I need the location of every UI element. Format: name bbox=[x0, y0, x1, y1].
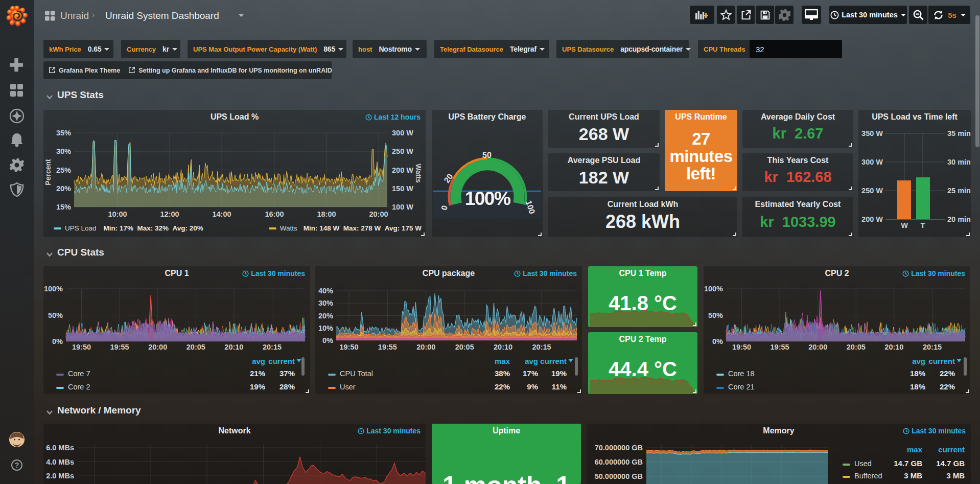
svg-text:40%: 40% bbox=[318, 287, 333, 295]
svg-text:14.7 GB: 14.7 GB bbox=[936, 459, 965, 468]
svg-text:3 MB: 3 MB bbox=[946, 471, 965, 480]
svg-text:60.000000 GB: 60.000000 GB bbox=[595, 458, 643, 466]
svg-text:20:05: 20:05 bbox=[186, 343, 205, 351]
svg-text:avg: avg bbox=[252, 357, 265, 365]
svg-text:30%: 30% bbox=[56, 147, 71, 155]
svg-text:20:15: 20:15 bbox=[532, 343, 551, 351]
svg-text:22%: 22% bbox=[940, 369, 955, 378]
svg-text:19%: 19% bbox=[250, 382, 265, 391]
svg-text:Watts: Watts bbox=[414, 164, 423, 183]
svg-text:22%: 22% bbox=[940, 382, 955, 391]
svg-text:18%: 18% bbox=[910, 369, 925, 378]
svg-text:max: max bbox=[907, 445, 923, 454]
svg-text:current: current bbox=[268, 357, 295, 365]
svg-text:21%: 21% bbox=[250, 369, 265, 378]
svg-text:38%: 38% bbox=[495, 369, 510, 378]
svg-text:9%: 9% bbox=[527, 382, 538, 391]
svg-text:max: max bbox=[495, 357, 510, 365]
svg-text:37%: 37% bbox=[279, 369, 295, 378]
svg-text:19:55: 19:55 bbox=[378, 343, 397, 351]
svg-text:150 W: 150 W bbox=[392, 185, 413, 193]
svg-text:Core 18: Core 18 bbox=[728, 370, 755, 378]
svg-text:0%: 0% bbox=[712, 337, 723, 345]
svg-text:19:50: 19:50 bbox=[72, 343, 91, 351]
svg-text:100%: 100% bbox=[704, 285, 723, 293]
svg-text:100%: 100% bbox=[44, 285, 63, 293]
svg-text:28%: 28% bbox=[279, 382, 295, 391]
svg-text:350 W: 350 W bbox=[861, 129, 883, 137]
svg-text:20:05: 20:05 bbox=[847, 343, 866, 351]
svg-text:4.0 MBs: 4.0 MBs bbox=[46, 458, 74, 466]
svg-text:20:05: 20:05 bbox=[455, 343, 474, 351]
svg-text:avg: avg bbox=[525, 357, 538, 365]
svg-text:70.000000 GB: 70.000000 GB bbox=[595, 444, 643, 452]
svg-text:20%: 20% bbox=[318, 312, 333, 320]
svg-text:0%: 0% bbox=[322, 336, 333, 344]
svg-text:18:00: 18:00 bbox=[317, 210, 336, 218]
svg-text:19:50: 19:50 bbox=[732, 343, 751, 351]
svg-text:11%: 11% bbox=[552, 382, 567, 391]
svg-text:20:10: 20:10 bbox=[884, 343, 903, 351]
svg-text:19:55: 19:55 bbox=[110, 343, 129, 351]
svg-text:35 min: 35 min bbox=[947, 129, 971, 137]
svg-text:3 MB: 3 MB bbox=[904, 471, 922, 480]
svg-text:Percent: Percent bbox=[44, 159, 52, 186]
svg-text:Used: Used bbox=[854, 459, 872, 468]
svg-text:25%: 25% bbox=[56, 166, 71, 174]
svg-text:200 W: 200 W bbox=[392, 166, 413, 174]
svg-text:20:00: 20:00 bbox=[369, 210, 388, 218]
svg-text:T: T bbox=[921, 221, 925, 229]
svg-text:25 min: 25 min bbox=[947, 187, 971, 195]
svg-text:18%: 18% bbox=[910, 382, 925, 391]
svg-text:50%: 50% bbox=[708, 311, 723, 319]
svg-text:20:00: 20:00 bbox=[808, 343, 827, 351]
svg-text:2.0 MBs: 2.0 MBs bbox=[46, 472, 74, 480]
svg-text:12:00: 12:00 bbox=[160, 210, 179, 218]
svg-text:current: current bbox=[938, 445, 965, 454]
svg-text:20 min: 20 min bbox=[947, 215, 971, 223]
svg-text:10:00: 10:00 bbox=[108, 210, 127, 218]
svg-text:17%: 17% bbox=[523, 369, 538, 378]
svg-text:250 W: 250 W bbox=[861, 187, 883, 195]
svg-text:20:15: 20:15 bbox=[263, 343, 282, 351]
svg-text:30 min: 30 min bbox=[947, 158, 971, 166]
svg-text:20:00: 20:00 bbox=[416, 343, 435, 351]
svg-text:Core 21: Core 21 bbox=[728, 383, 755, 391]
svg-text:10%: 10% bbox=[318, 324, 333, 332]
svg-text:19%: 19% bbox=[551, 369, 567, 378]
svg-text:300 W: 300 W bbox=[392, 129, 413, 137]
svg-text:current: current bbox=[928, 357, 955, 365]
svg-text:30%: 30% bbox=[318, 299, 333, 307]
svg-text:20:00: 20:00 bbox=[148, 343, 167, 351]
svg-text:19:50: 19:50 bbox=[339, 343, 358, 351]
svg-text:Core 7: Core 7 bbox=[68, 370, 90, 378]
svg-text:22%: 22% bbox=[495, 382, 510, 391]
svg-text:6.0 MBs: 6.0 MBs bbox=[46, 444, 74, 452]
svg-text:250 W: 250 W bbox=[392, 147, 413, 155]
svg-text:20:10: 20:10 bbox=[494, 343, 512, 351]
svg-text:50%: 50% bbox=[48, 311, 63, 319]
svg-text:50: 50 bbox=[482, 151, 492, 159]
svg-text:100 W: 100 W bbox=[392, 203, 413, 211]
svg-text:15%: 15% bbox=[56, 203, 71, 211]
svg-text:50.000000 GB: 50.000000 GB bbox=[595, 472, 643, 480]
svg-text:20:10: 20:10 bbox=[224, 343, 243, 351]
svg-text:16:00: 16:00 bbox=[265, 210, 284, 218]
svg-text:current: current bbox=[540, 357, 567, 365]
svg-text:20%: 20% bbox=[56, 185, 71, 193]
svg-text:User: User bbox=[340, 383, 356, 391]
svg-text:300 W: 300 W bbox=[861, 158, 883, 166]
svg-text:14.7 GB: 14.7 GB bbox=[894, 459, 922, 468]
svg-text:0%: 0% bbox=[52, 337, 63, 345]
svg-text:19:55: 19:55 bbox=[771, 343, 789, 351]
svg-text:20:15: 20:15 bbox=[923, 343, 942, 351]
svg-text:Core 2: Core 2 bbox=[68, 383, 90, 391]
svg-text:W: W bbox=[901, 221, 908, 229]
svg-text:CPU Total: CPU Total bbox=[340, 370, 373, 378]
svg-text:200 W: 200 W bbox=[861, 215, 883, 223]
svg-text:14:00: 14:00 bbox=[212, 210, 231, 218]
svg-text:avg: avg bbox=[912, 357, 925, 365]
svg-text:Buffered: Buffered bbox=[854, 472, 882, 480]
svg-text:35%: 35% bbox=[56, 129, 71, 137]
svg-text:100%: 100% bbox=[465, 188, 510, 209]
